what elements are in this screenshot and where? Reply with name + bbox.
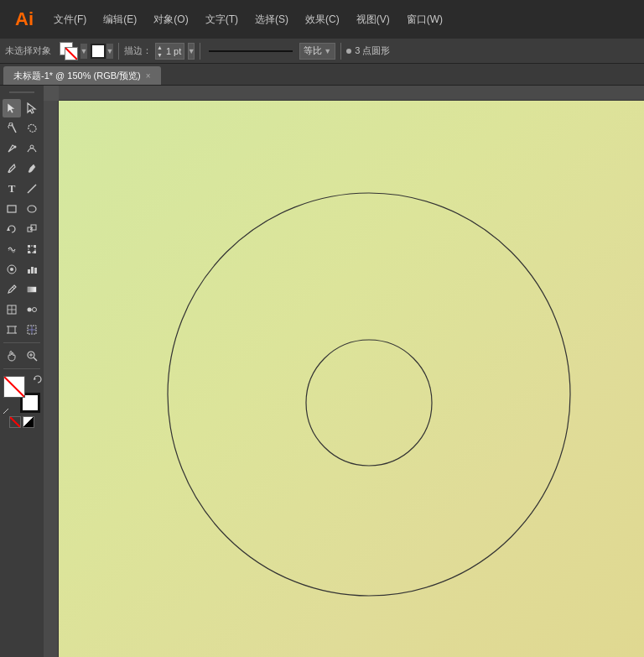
menu-bar: Ai 文件(F) 编辑(E) 对象(O) 文字(T) 选择(S) 效果(C) 视… xyxy=(0,0,644,39)
svg-point-8 xyxy=(14,146,17,149)
free-transform-tool[interactable] xyxy=(23,240,41,258)
artboard-tool[interactable] xyxy=(3,321,21,339)
stroke-controls[interactable]: ▼ xyxy=(91,44,113,59)
tab-close-button[interactable]: × xyxy=(146,71,151,81)
svg-rect-26 xyxy=(31,267,34,274)
transform-tools-row xyxy=(3,220,41,238)
dot-icon xyxy=(346,49,351,54)
hand-tool[interactable] xyxy=(3,347,21,365)
canvas-background xyxy=(59,101,644,657)
outer-circle[interactable] xyxy=(168,193,570,596)
graph-tool[interactable] xyxy=(23,260,41,279)
curvature-tool[interactable] xyxy=(23,139,41,158)
artwork-svg xyxy=(59,101,644,657)
dot-count-label: 3 点圆形 xyxy=(355,44,390,57)
blend-tool[interactable] xyxy=(23,300,41,319)
color-mode-row xyxy=(9,416,34,428)
fill-stroke-controls[interactable]: ▼ xyxy=(60,42,87,60)
svg-rect-20 xyxy=(34,245,36,248)
svg-rect-36 xyxy=(8,326,15,333)
ratio-dropdown[interactable]: 等比 ▼ xyxy=(299,43,335,60)
brush-tool[interactable] xyxy=(3,159,21,178)
rect-tool[interactable] xyxy=(3,200,21,218)
stroke-dropdown[interactable]: ▼ xyxy=(106,44,113,59)
selection-tool-row xyxy=(3,99,41,117)
lasso-tool[interactable] xyxy=(23,119,41,138)
fill-swatch[interactable] xyxy=(60,42,78,60)
hand-zoom-row xyxy=(3,347,41,365)
svg-marker-2 xyxy=(28,103,35,113)
stroke-swatch[interactable] xyxy=(91,44,106,59)
text-line-row: T xyxy=(3,180,41,198)
zoom-tool[interactable] xyxy=(23,347,41,365)
inner-circle[interactable] xyxy=(306,340,432,466)
selection-tool[interactable] xyxy=(3,99,21,117)
normal-color-button[interactable] xyxy=(23,416,34,428)
menu-window[interactable]: 窗口(W) xyxy=(398,9,451,30)
stroke-unit-chevron: ▼ xyxy=(188,47,195,55)
fill-chevron-icon: ▼ xyxy=(80,47,88,55)
none-color-button[interactable] xyxy=(9,416,21,428)
svg-line-7 xyxy=(8,128,9,128)
shape-tools-row xyxy=(3,200,41,218)
color-swatches[interactable] xyxy=(3,376,40,413)
fill-dropdown[interactable]: ▼ xyxy=(80,44,87,59)
warp-tool[interactable] xyxy=(3,240,21,258)
tab-bar: 未标题-1* @ 150% (RGB/预览) × xyxy=(0,64,644,86)
scale-tool[interactable] xyxy=(23,220,41,238)
fill-color-swatch[interactable] xyxy=(3,376,25,398)
slice-tool[interactable] xyxy=(23,321,41,339)
tab-title: 未标题-1* @ 150% (RGB/预览) xyxy=(13,70,141,82)
menu-text[interactable]: 文字(T) xyxy=(197,9,247,30)
stroke-width-stepper[interactable]: ▲ ▼ 1 pt xyxy=(155,43,184,60)
svg-point-34 xyxy=(33,308,37,312)
direct-selection-tool[interactable] xyxy=(23,99,41,117)
symbol-tool[interactable] xyxy=(3,260,21,279)
text-tool-icon: T xyxy=(8,182,16,196)
menu-file[interactable]: 文件(F) xyxy=(45,9,95,30)
text-tool[interactable]: T xyxy=(3,180,21,198)
stroke-down-arrow[interactable]: ▼ xyxy=(157,51,163,59)
artboard-slice-row xyxy=(3,321,41,339)
dot-count-badge: 3 点圆形 xyxy=(346,44,390,57)
swap-colors-button[interactable] xyxy=(2,406,10,415)
toolbar-drag-handle xyxy=(3,89,40,96)
pen-tools-row xyxy=(3,139,41,158)
svg-rect-22 xyxy=(34,251,36,253)
svg-marker-14 xyxy=(7,227,10,231)
document-tab[interactable]: 未标题-1* @ 150% (RGB/预览) × xyxy=(3,66,161,85)
svg-marker-1 xyxy=(8,103,15,113)
svg-line-11 xyxy=(28,185,36,193)
divider-1 xyxy=(118,43,119,60)
rotate-tool[interactable] xyxy=(3,220,21,238)
eyedropper-tool[interactable] xyxy=(3,280,21,299)
magic-wand-tool[interactable] xyxy=(3,119,21,138)
menu-object[interactable]: 对象(O) xyxy=(145,9,196,30)
stroke-up-arrow[interactable]: ▲ xyxy=(157,44,163,51)
svg-rect-21 xyxy=(28,251,30,253)
gradient-tool[interactable] xyxy=(23,280,41,299)
pen-tool[interactable] xyxy=(3,139,21,158)
line-tool[interactable] xyxy=(23,180,41,198)
svg-rect-29 xyxy=(28,287,36,292)
menu-effect[interactable]: 效果(C) xyxy=(297,9,348,30)
menu-edit[interactable]: 编辑(E) xyxy=(95,9,145,30)
menu-select[interactable]: 选择(S) xyxy=(247,9,297,30)
warp-tools-row xyxy=(3,240,41,258)
ratio-label: 等比 xyxy=(304,44,322,57)
selection-label: 未选择对象 xyxy=(5,44,51,57)
stroke-unit-dropdown[interactable]: ▼ xyxy=(188,43,195,60)
ratio-chevron: ▼ xyxy=(324,47,331,55)
menu-view[interactable]: 视图(V) xyxy=(348,9,398,30)
mesh-tool[interactable] xyxy=(3,300,21,319)
ellipse-tool[interactable] xyxy=(23,200,41,218)
svg-line-45 xyxy=(34,357,37,361)
reset-colors-button[interactable] xyxy=(34,374,42,383)
properties-toolbar: 未选择对象 ▼ ▼ 描边： ▲ ▼ 1 pt ▼ xyxy=(0,39,644,64)
svg-rect-12 xyxy=(8,206,16,212)
blob-brush-tool[interactable] xyxy=(23,159,41,178)
stroke-spinner-arrows[interactable]: ▲ ▼ xyxy=(156,44,164,59)
svg-line-28 xyxy=(13,287,14,289)
svg-rect-25 xyxy=(28,269,30,274)
svg-line-0 xyxy=(65,48,78,60)
